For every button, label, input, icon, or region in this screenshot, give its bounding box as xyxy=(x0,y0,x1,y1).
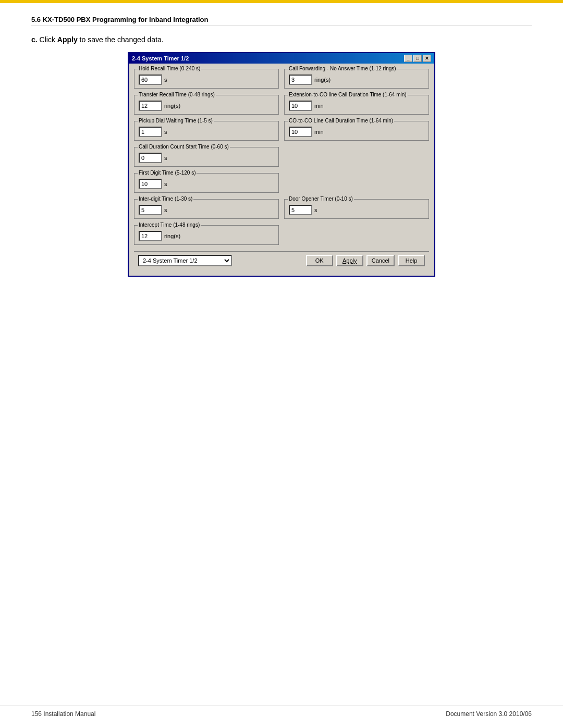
call-duration-count-label: Call Duration Count Start Time (0-60 s) xyxy=(138,144,230,150)
row-3: Pickup Dial Waiting Time (1-5 s) s CO-to… xyxy=(134,121,429,144)
inter-digit-label: Inter-digit Time (1-30 s) xyxy=(138,196,193,202)
intercept-label: Intercept Time (1-48 rings) xyxy=(138,222,201,228)
intercept-unit: ring(s) xyxy=(164,233,180,239)
extension-co-input[interactable] xyxy=(289,101,312,111)
row-5: First Digit Time (5-120 s) s xyxy=(134,173,429,196)
hold-recall-label: Hold Recall Time (0-240 s) xyxy=(138,66,201,71)
row-7: Intercept Time (1-48 rings) ring(s) xyxy=(134,225,429,248)
first-digit-input[interactable] xyxy=(139,179,162,189)
co-to-co-group: CO-to-CO Line Call Duration Time (1-64 m… xyxy=(284,121,429,141)
titlebar-buttons: _ □ ✕ xyxy=(404,55,431,62)
first-digit-label: First Digit Time (5-120 s) xyxy=(138,170,197,176)
extension-co-input-row: min xyxy=(289,101,424,111)
transfer-recall-input[interactable] xyxy=(139,101,162,111)
col-call-forwarding: Call Forwarding - No Answer Time (1-12 r… xyxy=(284,69,429,92)
door-opener-label: Door Opener Timer (0-10 s) xyxy=(288,196,354,202)
dialog-bottom: 2-4 System Timer 1/2 OK Apply Cancel Hel… xyxy=(134,251,429,270)
transfer-recall-group: Transfer Recall Time (0-48 rings) ring(s… xyxy=(134,95,279,115)
dialog-title: 2-4 System Timer 1/2 xyxy=(132,55,189,61)
instruction-prefix: c. xyxy=(31,35,38,44)
minimize-button[interactable]: _ xyxy=(404,55,412,62)
pickup-dial-unit: s xyxy=(164,129,167,135)
call-forwarding-input[interactable] xyxy=(289,75,312,85)
col-empty-right-7 xyxy=(284,225,429,248)
pickup-dial-label: Pickup Dial Waiting Time (1-5 s) xyxy=(138,118,214,124)
hold-recall-group: Hold Recall Time (0-240 s) s xyxy=(134,69,279,89)
close-button[interactable]: ✕ xyxy=(423,55,431,62)
call-duration-count-unit: s xyxy=(164,155,167,161)
dialog-body: Hold Recall Time (0-240 s) s Call Forwar… xyxy=(129,64,434,276)
inter-digit-input-row: s xyxy=(139,205,274,215)
call-duration-count-input-row: s xyxy=(139,153,274,163)
col-empty-right-4 xyxy=(284,147,429,170)
footer-left: 156 Installation Manual xyxy=(31,710,95,718)
first-digit-unit: s xyxy=(164,181,167,187)
hold-recall-input-row: s xyxy=(139,75,274,85)
intercept-input-row: ring(s) xyxy=(139,231,274,241)
row-2: Transfer Recall Time (0-48 rings) ring(s… xyxy=(134,95,429,118)
door-opener-unit: s xyxy=(314,207,317,213)
col-extension-co: Extension-to-CO line Call Duration Time … xyxy=(284,95,429,118)
row-6: Inter-digit Time (1-30 s) s Door Opener … xyxy=(134,199,429,222)
co-to-co-input-row: min xyxy=(289,127,424,137)
instruction-text: c. Click Apply to save the changed data. xyxy=(31,35,532,44)
call-forwarding-label: Call Forwarding - No Answer Time (1-12 r… xyxy=(288,66,397,71)
call-forwarding-unit: ring(s) xyxy=(314,77,331,83)
intercept-input[interactable] xyxy=(139,231,162,241)
timer-dropdown[interactable]: 2-4 System Timer 1/2 xyxy=(138,255,232,266)
instruction-bold: Apply xyxy=(57,35,78,44)
call-duration-count-input[interactable] xyxy=(139,153,162,163)
pickup-dial-input[interactable] xyxy=(139,127,162,137)
col-empty-right-5 xyxy=(284,173,429,196)
call-duration-count-group: Call Duration Count Start Time (0-60 s) … xyxy=(134,147,279,167)
footer-right: Document Version 3.0 2010/06 xyxy=(446,710,532,718)
co-to-co-unit: min xyxy=(314,129,324,135)
door-opener-input-row: s xyxy=(289,205,424,215)
call-forwarding-input-row: ring(s) xyxy=(289,75,424,85)
door-opener-group: Door Opener Timer (0-10 s) s xyxy=(284,199,429,219)
col-hold-recall: Hold Recall Time (0-240 s) s xyxy=(134,69,279,92)
transfer-recall-input-row: ring(s) xyxy=(139,101,274,111)
col-intercept: Intercept Time (1-48 rings) ring(s) xyxy=(134,225,279,248)
dialog-titlebar: 2-4 System Timer 1/2 _ □ ✕ xyxy=(129,53,434,64)
row-1: Hold Recall Time (0-240 s) s Call Forwar… xyxy=(134,69,429,92)
first-digit-input-row: s xyxy=(139,179,274,189)
content-area: 5.6 KX-TD500 PBX Programming for Inband … xyxy=(0,3,563,298)
col-pickup-dial: Pickup Dial Waiting Time (1-5 s) s xyxy=(134,121,279,144)
cancel-button[interactable]: Cancel xyxy=(366,255,395,266)
co-to-co-input[interactable] xyxy=(289,127,312,137)
hold-recall-unit: s xyxy=(164,77,167,83)
ok-button[interactable]: OK xyxy=(306,255,333,266)
section-heading: 5.6 KX-TD500 PBX Programming for Inband … xyxy=(31,16,532,26)
transfer-recall-label: Transfer Recall Time (0-48 rings) xyxy=(138,92,216,97)
row-4: Call Duration Count Start Time (0-60 s) … xyxy=(134,147,429,170)
instruction-text-part: Click xyxy=(40,35,57,44)
inter-digit-input[interactable] xyxy=(139,205,162,215)
col-door-opener: Door Opener Timer (0-10 s) s xyxy=(284,199,429,222)
help-button[interactable]: Help xyxy=(398,255,425,266)
col-call-duration-count: Call Duration Count Start Time (0-60 s) … xyxy=(134,147,279,170)
col-inter-digit: Inter-digit Time (1-30 s) s xyxy=(134,199,279,222)
intercept-group: Intercept Time (1-48 rings) ring(s) xyxy=(134,225,279,245)
col-transfer-recall: Transfer Recall Time (0-48 rings) ring(s… xyxy=(134,95,279,118)
extension-co-unit: min xyxy=(314,103,324,109)
hold-recall-input[interactable] xyxy=(139,75,162,85)
page-container: 5.6 KX-TD500 PBX Programming for Inband … xyxy=(0,0,563,728)
col-first-digit: First Digit Time (5-120 s) s xyxy=(134,173,279,196)
inter-digit-unit: s xyxy=(164,207,167,213)
extension-co-group: Extension-to-CO line Call Duration Time … xyxy=(284,95,429,115)
first-digit-group: First Digit Time (5-120 s) s xyxy=(134,173,279,193)
co-to-co-label: CO-to-CO Line Call Duration Time (1-64 m… xyxy=(288,118,394,124)
transfer-recall-unit: ring(s) xyxy=(164,103,180,109)
col-co-to-co: CO-to-CO Line Call Duration Time (1-64 m… xyxy=(284,121,429,144)
button-row: OK Apply Cancel Help xyxy=(306,255,425,266)
extension-co-label: Extension-to-CO line Call Duration Time … xyxy=(288,92,408,97)
pickup-dial-input-row: s xyxy=(139,127,274,137)
door-opener-input[interactable] xyxy=(289,205,312,215)
dialog-window: 2-4 System Timer 1/2 _ □ ✕ Hold Recall T… xyxy=(128,52,435,277)
restore-button[interactable]: □ xyxy=(413,55,422,62)
page-footer: 156 Installation Manual Document Version… xyxy=(0,706,563,718)
inter-digit-group: Inter-digit Time (1-30 s) s xyxy=(134,199,279,219)
pickup-dial-group: Pickup Dial Waiting Time (1-5 s) s xyxy=(134,121,279,141)
apply-button[interactable]: Apply xyxy=(336,255,363,266)
